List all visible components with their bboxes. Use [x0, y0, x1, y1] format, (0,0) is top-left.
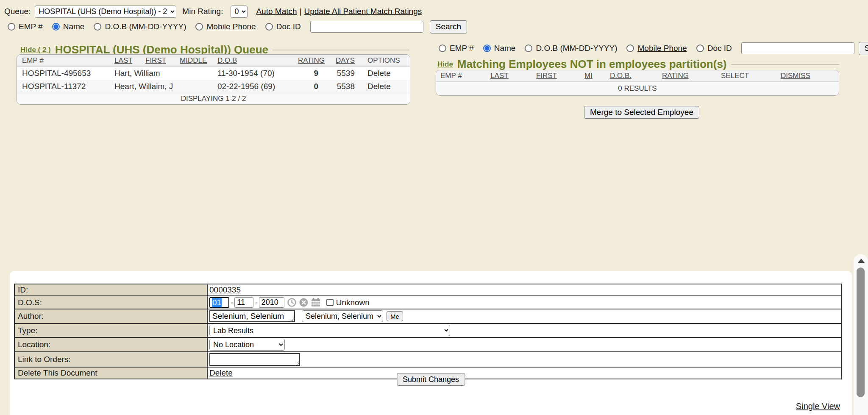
col-middle[interactable]: MIDDLE [180, 56, 217, 65]
form-row-dos: D.O.S: 01 - - Unknown [15, 295, 841, 309]
match-empty-row: 0 RESULTS [436, 82, 839, 95]
col-emp: EMP # [22, 56, 114, 65]
submit-changes-button[interactable]: Submit Changes [397, 373, 465, 386]
delete-document-link[interactable]: Delete [209, 368, 233, 378]
id-label: ID: [15, 284, 208, 295]
left-search-input[interactable] [310, 21, 423, 33]
col-last[interactable]: LAST [114, 56, 145, 65]
col-select: SELECT [721, 72, 781, 80]
right-radio-docid[interactable] [696, 45, 704, 52]
link-separator: | [300, 7, 302, 16]
top-bar-links: Auto Match | Update All Patient Match Ra… [253, 7, 424, 16]
left-radio-dob-label: D.O.B (MM-DD-YYYY) [105, 22, 186, 31]
col-rating[interactable]: RATING [298, 56, 324, 65]
right-search-input[interactable] [741, 42, 854, 54]
cell-days: 5538 [324, 82, 358, 91]
col-days[interactable]: DAYS [324, 56, 358, 65]
form-row-type: Type: Lab Results [15, 323, 841, 337]
left-radio-docid[interactable] [265, 23, 273, 31]
me-button[interactable]: Me [387, 311, 403, 321]
right-search-button[interactable]: Search [859, 42, 868, 55]
match-table-header: EMP # LAST FIRST MI D.O.B. RATING SELECT… [436, 70, 839, 82]
col-mi[interactable]: MI [584, 72, 610, 80]
col-first[interactable]: FIRST [145, 56, 180, 65]
orders-label: Link to Orders: [15, 352, 208, 367]
row-delete-link[interactable]: Delete [358, 69, 410, 78]
cell-dob: 02-22-1956 (69) [217, 82, 298, 91]
update-ratings-link[interactable]: Update All Patient Match Ratings [304, 7, 422, 16]
author-text-input[interactable]: Selenium, Selenium [209, 310, 295, 322]
clear-circle-icon[interactable] [299, 298, 308, 307]
document-id-link[interactable]: 0000335 [209, 285, 241, 295]
col-dob[interactable]: D.O.B [217, 56, 298, 65]
queue-table-row: HOSPITAL-11372 Heart, Willaim, J 02-22-1… [17, 80, 410, 93]
match-table: EMP # LAST FIRST MI D.O.B. RATING SELECT… [436, 70, 839, 96]
left-radio-dob[interactable] [94, 23, 101, 31]
queue-label: Queue: [4, 7, 31, 16]
cell-rating: 0 [298, 82, 324, 91]
cell-emp: HOSPITAL-495653 [22, 69, 114, 78]
dos-year-input[interactable] [259, 297, 284, 308]
right-radio-mobile-label[interactable]: Mobile Phone [637, 44, 687, 53]
right-radio-dob[interactable] [525, 45, 532, 52]
calendar-icon[interactable] [311, 298, 320, 307]
type-select[interactable]: Lab Results [209, 325, 450, 336]
left-radio-name[interactable] [52, 23, 60, 31]
queue-table-row: HOSPITAL-495653 Hart, William 11-30-1954… [17, 67, 410, 80]
cell-name: Heart, Willaim, J [114, 82, 217, 91]
clock-icon[interactable] [287, 298, 296, 307]
cell-dob: 11-30-1954 (70) [217, 69, 298, 78]
col-rating[interactable]: RATING [662, 72, 721, 80]
left-radio-mobile-label[interactable]: Mobile Phone [206, 22, 256, 31]
match-panel-title: Matching Employees NOT in employees part… [457, 58, 727, 71]
single-view-link[interactable]: Single View [796, 401, 840, 411]
document-panel: ID: 0000335 D.O.S: 01 - - Unknown Author… [10, 271, 852, 415]
col-last[interactable]: LAST [490, 72, 536, 80]
min-rating-select[interactable]: 0 [231, 6, 248, 18]
legend-rule [273, 50, 409, 50]
merge-button[interactable]: Merge to Selected Employee [584, 106, 699, 119]
dos-day-input[interactable] [234, 297, 253, 308]
dos-month-input[interactable]: 01 [209, 297, 229, 308]
location-select[interactable]: No Location [209, 339, 285, 351]
author-select[interactable]: Selenium, Selenium [302, 310, 383, 322]
cell-name: Hart, William [114, 69, 217, 78]
left-radio-docid-label: Doc ID [276, 22, 301, 31]
left-search-bar: EMP # Name D.O.B (MM-DD-YYYY) Mobile Pho… [8, 20, 467, 33]
dos-separator: - [231, 298, 233, 307]
left-radio-name-label: Name [63, 22, 85, 31]
document-form: ID: 0000335 D.O.S: 01 - - Unknown Author… [14, 284, 842, 379]
min-rating-label: Min Rating: [182, 7, 223, 16]
left-search-button[interactable]: Search [430, 20, 467, 33]
link-to-orders-input[interactable] [209, 353, 300, 366]
auto-match-link[interactable]: Auto Match [256, 7, 297, 16]
row-delete-link[interactable]: Delete [358, 82, 410, 91]
left-radio-emp[interactable] [8, 23, 15, 31]
left-radio-mobile[interactable] [195, 23, 203, 31]
cell-days: 5539 [324, 69, 358, 78]
form-row-location: Location: No Location [15, 337, 841, 351]
form-row-orders: Link to Orders: [15, 351, 841, 367]
cell-rating: 9 [298, 69, 324, 78]
col-emp: EMP # [440, 72, 490, 80]
dos-unknown-checkbox[interactable] [326, 299, 334, 306]
match-hide-link[interactable]: Hide [437, 60, 453, 69]
vertical-scrollbar[interactable] [854, 254, 868, 415]
type-label: Type: [15, 324, 208, 337]
dos-unknown-label: Unknown [336, 298, 370, 307]
col-first[interactable]: FIRST [536, 72, 584, 80]
dos-month-selected-text: 01 [212, 298, 222, 307]
scroll-up-arrow-icon[interactable] [858, 259, 865, 263]
col-dob[interactable]: D.O.B. [610, 72, 662, 80]
right-radio-emp-label: EMP # [450, 44, 474, 53]
right-radio-dob-label: D.O.B (MM-DD-YYYY) [536, 44, 617, 53]
right-radio-emp[interactable] [439, 45, 446, 52]
queue-table-footer: DISPLAYING 1-2 / 2 [17, 93, 410, 104]
scrollbar-thumb[interactable] [857, 267, 865, 397]
right-radio-name[interactable] [483, 45, 491, 52]
right-radio-mobile[interactable] [626, 45, 634, 52]
queue-hide-link[interactable]: Hide ( 2 ) [20, 46, 51, 54]
queue-select[interactable]: HOSPITAL (UHS (Demo Hospital)) - 2 [35, 6, 176, 18]
top-bar: Queue: HOSPITAL (UHS (Demo Hospital)) - … [4, 5, 424, 18]
col-dismiss[interactable]: DISMISS [781, 72, 839, 80]
